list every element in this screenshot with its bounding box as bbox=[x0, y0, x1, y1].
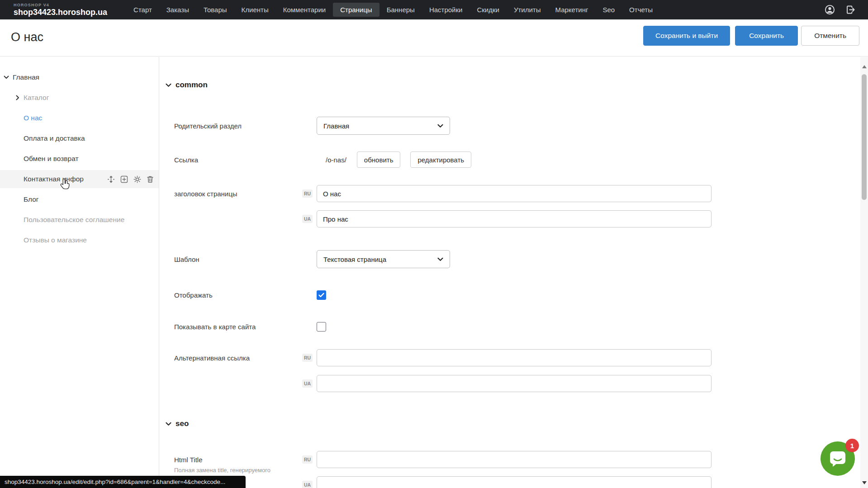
template-select[interactable]: Текстовая страница bbox=[317, 250, 450, 268]
field-label: Шаблон bbox=[174, 256, 302, 263]
field-label: Html Title bbox=[174, 456, 302, 464]
topbar-right bbox=[824, 4, 856, 16]
tree-item-katalog[interactable]: Каталог bbox=[0, 88, 159, 108]
status-url-tooltip: shop34423.horoshop.ua/edit/edit.php?id=6… bbox=[0, 476, 246, 488]
tree-item-label: Оплата и доставка bbox=[24, 128, 85, 148]
tree-item-obmen[interactable]: Обмен и возврат bbox=[0, 149, 159, 169]
section-title: seo bbox=[175, 419, 189, 428]
nav-products[interactable]: Товары bbox=[196, 3, 234, 17]
tree-item-o-nas[interactable]: О нас bbox=[0, 108, 159, 128]
tree-item-label: Контактная инфор bbox=[24, 170, 84, 188]
cancel-button[interactable]: Отменить bbox=[801, 26, 859, 46]
nav-start[interactable]: Старт bbox=[126, 3, 159, 17]
account-icon[interactable] bbox=[824, 4, 835, 16]
nav-marketing[interactable]: Маркетинг bbox=[548, 3, 595, 17]
field-alt-link-ru-row: Альтернативная ссылка RU bbox=[174, 349, 856, 366]
parent-section-select[interactable]: Главная bbox=[317, 117, 450, 135]
page-edit-form: common Родительский раздел Главная Ссылк… bbox=[160, 57, 861, 488]
lang-badge-ua: UA bbox=[302, 481, 313, 488]
section-seo-toggle[interactable]: seo bbox=[166, 419, 189, 428]
tree-item-actions bbox=[107, 170, 154, 188]
lang-badge-ua: UA bbox=[302, 379, 313, 388]
lang-badge-ru: RU bbox=[302, 455, 313, 464]
alt-link-ua-input[interactable] bbox=[317, 375, 711, 392]
nav-pages[interactable]: Страницы bbox=[333, 3, 379, 17]
scroll-down-arrow[interactable] bbox=[862, 481, 867, 484]
tree-item-kontaktnaya[interactable]: Контактная инфор bbox=[0, 170, 159, 188]
html-title-ru-input[interactable] bbox=[317, 451, 711, 468]
brand-logo[interactable]: HOROSHOP V4 shop34423.horoshop.ua bbox=[14, 3, 107, 16]
tree-item-oplata[interactable]: Оплата и доставка bbox=[0, 128, 159, 148]
logout-icon[interactable] bbox=[844, 4, 856, 16]
nav-utilities[interactable]: Утилиты bbox=[507, 3, 548, 17]
chevron-down-icon[interactable] bbox=[4, 67, 9, 87]
check-icon bbox=[318, 293, 324, 298]
chevron-right-icon[interactable] bbox=[16, 88, 19, 108]
move-icon[interactable] bbox=[107, 175, 115, 183]
sitemap-checkbox-unchecked[interactable] bbox=[317, 322, 326, 332]
field-page-title-ua-row: UA bbox=[174, 210, 856, 227]
brand-domain: shop34423.horoshop.ua bbox=[14, 8, 107, 16]
field-html-title-ua-row: UA bbox=[174, 476, 856, 488]
tree-item-blog[interactable]: Блог bbox=[0, 190, 159, 209]
delete-trash-icon[interactable] bbox=[146, 175, 154, 183]
save-and-exit-button[interactable]: Сохранить и выйти bbox=[643, 26, 730, 46]
field-label: Родительский раздел bbox=[174, 122, 302, 130]
field-label: Показывать в карте сайта bbox=[174, 323, 302, 331]
nav-banners[interactable]: Баннеры bbox=[379, 3, 422, 17]
field-alt-link-ua-row: UA bbox=[174, 375, 856, 392]
page-title-ru-input[interactable] bbox=[317, 185, 711, 202]
nav-seo[interactable]: Seo bbox=[595, 3, 622, 17]
field-link-row: Ссылка /o-nas/ обновить редактировать bbox=[174, 151, 856, 168]
field-visible-row: Отображать bbox=[174, 289, 856, 300]
field-page-title-ru-row: заголовок страницы RU bbox=[174, 185, 856, 202]
nav-reports[interactable]: Отчеты bbox=[622, 3, 660, 17]
field-template-row: Шаблон Текстовая страница bbox=[174, 250, 856, 268]
screen: HOROSHOP V4 shop34423.horoshop.ua Старт … bbox=[0, 0, 868, 488]
field-label: Ссылка bbox=[174, 156, 302, 164]
html-title-ua-input[interactable] bbox=[317, 476, 711, 488]
scrollbar[interactable] bbox=[860, 57, 868, 488]
nav-discounts[interactable]: Скидки bbox=[470, 3, 506, 17]
tree-item-label: Пользовательское соглашение bbox=[24, 210, 124, 230]
tree-item-soglashenie[interactable]: Пользовательское соглашение bbox=[0, 210, 159, 230]
topbar: HOROSHOP V4 shop34423.horoshop.ua Старт … bbox=[0, 0, 868, 19]
chevron-down-icon bbox=[437, 257, 443, 261]
alt-link-ru-input[interactable] bbox=[317, 349, 711, 366]
section-common-toggle[interactable]: common bbox=[166, 81, 208, 90]
chat-unread-badge: 1 bbox=[845, 439, 859, 452]
section-title: common bbox=[175, 81, 208, 90]
nav-orders[interactable]: Заказы bbox=[159, 3, 196, 17]
add-page-icon[interactable] bbox=[120, 175, 128, 183]
field-html-title-ru-row: Html Title RU bbox=[174, 451, 856, 468]
field-label: заголовок страницы bbox=[174, 190, 302, 198]
brand-version: HOROSHOP V4 bbox=[14, 3, 107, 7]
visible-checkbox-checked[interactable] bbox=[317, 290, 326, 300]
select-value: Текстовая страница bbox=[323, 256, 437, 263]
save-button[interactable]: Сохранить bbox=[735, 26, 798, 46]
chevron-down-icon bbox=[437, 124, 443, 128]
settings-gear-icon[interactable] bbox=[133, 175, 141, 183]
main-nav: Старт Заказы Товары Клиенты Комментарии … bbox=[126, 0, 660, 19]
nav-clients[interactable]: Клиенты bbox=[234, 3, 276, 17]
scroll-up-arrow[interactable] bbox=[862, 65, 867, 68]
tree-item-label: Блог bbox=[24, 190, 39, 209]
select-value: Главная bbox=[323, 122, 437, 130]
nav-settings[interactable]: Настройки bbox=[422, 3, 470, 17]
tree-item-label: Каталог bbox=[24, 88, 49, 108]
tree-item-glavnaya[interactable]: Главная bbox=[0, 67, 159, 87]
nav-comments[interactable]: Комментарии bbox=[276, 3, 333, 17]
edit-link-button[interactable]: редактировать bbox=[410, 152, 471, 168]
page-title-ua-input[interactable] bbox=[317, 210, 711, 227]
tree-item-otzyvy[interactable]: Отзывы о магазине bbox=[0, 230, 159, 250]
field-sitemap-row: Показывать в карте сайта bbox=[174, 321, 856, 332]
header-actions: Сохранить и выйти Сохранить Отменить bbox=[643, 26, 859, 46]
pages-tree-sidebar: Главная Каталог О нас Оплата и доставка … bbox=[0, 57, 159, 488]
refresh-link-button[interactable]: обновить bbox=[357, 152, 401, 168]
field-label: Альтернативная ссылка bbox=[174, 354, 302, 362]
tree-item-label: Главная bbox=[13, 67, 39, 87]
field-parent-row: Родительский раздел Главная bbox=[174, 117, 856, 135]
chat-widget-button[interactable]: 1 bbox=[821, 441, 855, 476]
scrollbar-thumb[interactable] bbox=[862, 74, 867, 200]
tree-item-label: Обмен и возврат bbox=[24, 149, 79, 169]
